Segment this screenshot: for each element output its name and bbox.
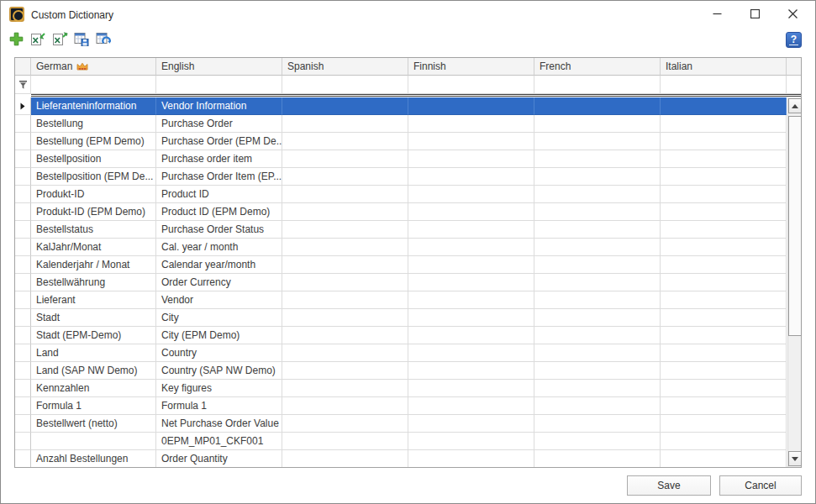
grid-cell[interactable]: Produkt-ID (EPM Demo) bbox=[31, 203, 156, 221]
grid-cell[interactable]: Purchase order item bbox=[156, 150, 282, 168]
row-header[interactable] bbox=[15, 221, 31, 239]
grid-cell[interactable] bbox=[661, 133, 787, 150]
grid-cell[interactable] bbox=[282, 327, 408, 344]
grid-cell[interactable] bbox=[408, 397, 534, 415]
grid-cell[interactable] bbox=[661, 344, 787, 362]
grid-cell[interactable] bbox=[534, 450, 661, 467]
filter-cell-finnish[interactable] bbox=[408, 76, 534, 94]
grid-cell[interactable]: Order Quantity bbox=[156, 450, 282, 467]
grid-cell[interactable] bbox=[534, 415, 661, 433]
grid-cell[interactable]: Purchase Order (EPM De... bbox=[156, 133, 282, 150]
save-button[interactable]: Save bbox=[627, 475, 711, 496]
grid-cell[interactable] bbox=[282, 168, 408, 186]
grid-cell[interactable]: Country (SAP NW Demo) bbox=[156, 362, 282, 380]
filter-cell-italian[interactable] bbox=[661, 76, 787, 94]
grid-cell[interactable] bbox=[534, 150, 661, 168]
grid-cell[interactable]: Key figures bbox=[156, 380, 282, 397]
help-button[interactable]: ? bbox=[786, 32, 802, 48]
grid-cell[interactable] bbox=[31, 433, 156, 450]
grid-cell[interactable] bbox=[661, 115, 787, 133]
grid-cell[interactable] bbox=[408, 380, 534, 397]
grid-cell[interactable] bbox=[282, 150, 408, 168]
grid-cell[interactable]: Formula 1 bbox=[156, 397, 282, 415]
row-header[interactable] bbox=[15, 291, 31, 309]
minimize-button[interactable] bbox=[698, 1, 736, 26]
grid-cell[interactable] bbox=[408, 150, 534, 168]
grid-cell[interactable]: Cal. year / month bbox=[156, 239, 282, 256]
grid-cell[interactable] bbox=[661, 239, 787, 256]
grid-cell[interactable] bbox=[408, 433, 534, 450]
row-header[interactable] bbox=[15, 433, 31, 450]
grid-cell[interactable]: Bestellstatus bbox=[31, 221, 156, 239]
grid-cell[interactable]: Stadt (EPM-Demo) bbox=[31, 327, 156, 344]
grid-cell[interactable] bbox=[282, 362, 408, 380]
grid-cell[interactable] bbox=[408, 115, 534, 133]
add-entry-button[interactable] bbox=[8, 29, 24, 48]
filter-cell-english[interactable] bbox=[156, 76, 282, 94]
grid-cell[interactable] bbox=[408, 309, 534, 327]
grid-cell[interactable]: Bestellposition (EPM De... bbox=[31, 168, 156, 186]
filter-cell-spanish[interactable] bbox=[282, 76, 408, 94]
grid-cell[interactable] bbox=[534, 221, 661, 239]
grid-cell[interactable]: Bestellung bbox=[31, 115, 156, 133]
grid-cell[interactable] bbox=[661, 274, 787, 291]
row-header[interactable] bbox=[15, 203, 31, 221]
grid-cell[interactable] bbox=[408, 327, 534, 344]
column-header-finnish[interactable]: Finnish bbox=[408, 58, 534, 76]
grid-cell[interactable] bbox=[282, 115, 408, 133]
grid-cell[interactable]: Order Currency bbox=[156, 274, 282, 291]
row-header[interactable] bbox=[15, 97, 31, 115]
row-header[interactable] bbox=[15, 239, 31, 256]
grid-cell[interactable] bbox=[282, 309, 408, 327]
row-header[interactable] bbox=[15, 115, 31, 133]
grid-cell[interactable] bbox=[534, 97, 661, 115]
grid-cell[interactable]: Calendar year/month bbox=[156, 256, 282, 274]
grid-cell[interactable]: Bestellung (EPM Demo) bbox=[31, 133, 156, 150]
grid-cell[interactable] bbox=[661, 397, 787, 415]
grid-cell[interactable]: Bestellwährung bbox=[31, 274, 156, 291]
grid-cell[interactable] bbox=[408, 291, 534, 309]
grid-cell[interactable] bbox=[408, 97, 534, 115]
column-header-german[interactable]: German bbox=[31, 58, 156, 76]
scroll-down-button[interactable] bbox=[788, 451, 802, 466]
grid-cell[interactable] bbox=[282, 133, 408, 150]
grid-cell[interactable] bbox=[282, 256, 408, 274]
row-header[interactable] bbox=[15, 168, 31, 186]
grid-cell[interactable] bbox=[408, 168, 534, 186]
row-header[interactable] bbox=[15, 133, 31, 150]
row-header[interactable] bbox=[15, 274, 31, 291]
grid-cell[interactable] bbox=[408, 239, 534, 256]
row-header[interactable] bbox=[15, 415, 31, 433]
row-header[interactable] bbox=[15, 256, 31, 274]
grid-cell[interactable] bbox=[408, 186, 534, 203]
grid-cell[interactable] bbox=[408, 362, 534, 380]
grid-cell[interactable] bbox=[534, 380, 661, 397]
grid-cell[interactable]: Stadt bbox=[31, 309, 156, 327]
grid-cell[interactable] bbox=[534, 344, 661, 362]
maximize-button[interactable] bbox=[736, 1, 774, 26]
grid-cell[interactable]: Produkt-ID bbox=[31, 186, 156, 203]
grid-cell[interactable] bbox=[534, 274, 661, 291]
grid-cell[interactable] bbox=[282, 97, 408, 115]
grid-cell[interactable]: 0EPM_MP01_CKF001 bbox=[156, 433, 282, 450]
grid-cell[interactable] bbox=[661, 380, 787, 397]
filter-cell-french[interactable] bbox=[534, 76, 661, 94]
column-header-french[interactable]: French bbox=[534, 58, 661, 76]
grid-cell[interactable]: Land bbox=[31, 344, 156, 362]
grid-cell[interactable]: Net Purchase Order Value bbox=[156, 415, 282, 433]
scrollbar-thumb[interactable] bbox=[788, 116, 802, 336]
grid-cell[interactable] bbox=[534, 133, 661, 150]
column-header-italian[interactable]: Italian bbox=[661, 58, 787, 76]
row-header[interactable] bbox=[15, 150, 31, 168]
filter-cell-german[interactable] bbox=[31, 76, 156, 94]
grid-cell[interactable] bbox=[408, 450, 534, 467]
grid-cell[interactable] bbox=[282, 221, 408, 239]
row-header[interactable] bbox=[15, 397, 31, 415]
grid-cell[interactable] bbox=[408, 256, 534, 274]
grid-cell[interactable] bbox=[661, 256, 787, 274]
grid-cell[interactable] bbox=[282, 344, 408, 362]
grid-cell[interactable] bbox=[661, 203, 787, 221]
grid-cell[interactable]: Kennzahlen bbox=[31, 380, 156, 397]
grid-cell[interactable]: Formula 1 bbox=[31, 397, 156, 415]
grid-cell[interactable] bbox=[661, 415, 787, 433]
